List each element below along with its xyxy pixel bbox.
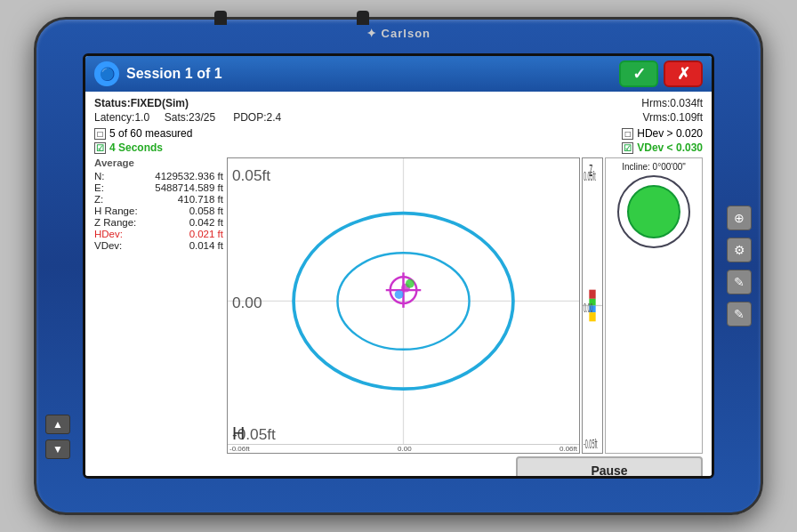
measured-label: 5 of 60 measured [109,127,192,140]
x-label-right: 0.06ft [560,445,577,453]
cancel-button[interactable]: ✗ [664,60,703,87]
side-button-edit1[interactable]: ✎ [727,270,752,294]
screen: 🔵 Session 1 of 1 ✓ ✗ Status:FIXED(Sim) H… [83,53,714,479]
average-label: Average [94,157,223,168]
z-row: Z: 410.718 ft [94,194,223,205]
hrange-row: H Range: 0.058 ft [94,206,223,216]
antenna-right [357,11,369,25]
incline-panel: Incline: 0°00'00" [605,157,703,454]
ok-button[interactable]: ✓ [619,60,658,87]
latency-display: Latency:1.0 Sats:23/25 PDOP:2.4 [94,111,281,124]
svg-text:H: H [232,423,245,443]
measured-checkbox-row: □ 5 of 60 measured [94,127,192,140]
hdev-checkbox-row: □ HDev > 0.020 [622,127,703,140]
status-row-2: Latency:1.0 Sats:23/25 PDOP:2.4 Vrms:0.1… [94,111,703,124]
svg-text:-0.05ft: -0.05ft [584,437,598,451]
svg-text:Z: Z [589,162,592,180]
tablet-device: ✦ Carlson 🔵 Session 1 of 1 ✓ ✗ Status:FI… [34,17,763,515]
measured-checkbox[interactable]: □ [94,128,106,140]
main-data-area: Average N: 4129532.936 ft E: 5488714.589… [94,157,703,479]
x-label-center: 0.00 [398,445,412,453]
scatter-plot-container: 0.05ft 0.00 -0.05ft H -0.06ft 0.00 0.06f… [227,157,580,454]
brand-logo: ✦ Carlson [366,27,431,40]
seconds-checkbox-row: ☑ 4 Seconds [94,141,192,154]
svg-point-9 [406,279,415,288]
hdev-row: HDev: 0.021 ft [94,229,223,239]
hrms-display: Hrms:0.034ft [641,97,703,109]
plots-combined: 0.05ft 0.00 -0.05ft H -0.06ft 0.00 0.06f… [227,157,703,454]
x-axis-labels: -0.06ft 0.00 0.06ft [228,444,579,453]
status-row-1: Status:FIXED(Sim) Hrms:0.034ft [94,97,703,109]
vdev-checkbox-row: ☑ VDev < 0.030 [622,141,703,154]
svg-text:0.00: 0.00 [584,301,593,315]
svg-rect-16 [589,290,595,299]
svg-text:0.00: 0.00 [232,294,262,311]
seconds-label: 4 Seconds [109,141,163,154]
vdev-row: VDev: 0.014 ft [94,240,223,251]
nav-up-button[interactable]: ▲ [45,415,70,434]
zrange-row: Z Range: 0.042 ft [94,217,223,228]
left-nav-buttons: ▲ ▼ [45,415,70,459]
e-row: E: 5488714.589 ft [94,182,223,193]
title-buttons: ✓ ✗ [619,60,703,87]
checkbox-left: □ 5 of 60 measured ☑ 4 Seconds [94,127,192,154]
status-fixed: Status:FIXED(Sim) [94,97,189,109]
pause-btn-row: Pause [227,456,703,479]
vertical-bar: 0.05ft 0.00 -0.05ft Z [582,157,603,454]
title-bar: 🔵 Session 1 of 1 ✓ ✗ [85,56,712,92]
side-button-edit2[interactable]: ✎ [727,302,752,326]
title-bar-left: 🔵 Session 1 of 1 [94,61,222,86]
vbar-svg: 0.05ft 0.00 -0.05ft Z [583,158,602,453]
incline-outer-circle [617,175,690,248]
side-buttons-right: ⊕ ⚙ ✎ ✎ [727,206,752,326]
nav-down-button[interactable]: ▼ [45,439,70,459]
checkbox-area: □ 5 of 60 measured ☑ 4 Seconds □ HDev > … [94,127,703,154]
side-button-compass[interactable]: ⊕ [727,206,752,230]
hdev-label: HDev > 0.020 [637,127,703,140]
svg-text:0.05ft: 0.05ft [232,166,270,184]
vdev-checkbox[interactable]: ☑ [622,142,633,154]
scatter-svg: 0.05ft 0.00 -0.05ft H [228,158,579,444]
stats-panel: Average N: 4129532.936 ft E: 5488714.589… [94,157,223,479]
vrms-display: Vrms:0.109ft [642,111,703,124]
checkbox-right: □ HDev > 0.020 ☑ VDev < 0.030 [622,127,703,154]
session-title: Session 1 of 1 [126,66,222,82]
main-content: Status:FIXED(Sim) Hrms:0.034ft Latency:1… [85,92,712,479]
plot-area: 0.05ft 0.00 -0.05ft H -0.06ft 0.00 0.06f… [227,157,703,479]
pause-button[interactable]: Pause [516,456,703,479]
x-label-left: -0.06ft [229,445,250,453]
session-icon: 🔵 [94,61,119,86]
n-row: N: 4129532.936 ft [94,171,223,181]
incline-inner-circle [627,185,680,238]
incline-title: Incline: 0°00'00" [622,162,686,172]
svg-point-8 [395,290,404,299]
seconds-checkbox[interactable]: ☑ [94,142,106,154]
hdev-checkbox[interactable]: □ [622,128,633,140]
side-button-settings[interactable]: ⚙ [727,238,752,262]
antenna-left [214,11,227,25]
vdev-label: VDev < 0.030 [637,141,703,154]
